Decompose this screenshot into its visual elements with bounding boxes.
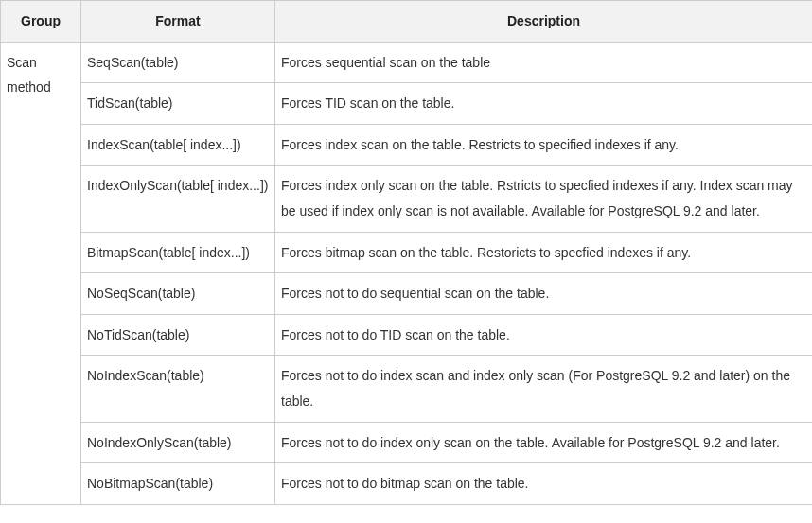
description-cell: Forces not to do index scan and index on… — [275, 356, 813, 422]
table-header-row: Group Format Description — [1, 1, 813, 43]
description-cell: Forces sequential scan on the table — [275, 42, 813, 83]
col-header-group: Group — [1, 1, 81, 43]
hint-table: Group Format Description Scan method Seq… — [0, 0, 812, 505]
description-cell: Forces not to do bitmap scan on the tabl… — [275, 463, 813, 505]
format-cell: SeqScan(table) — [81, 42, 275, 83]
table-row: TidScan(table) Forces TID scan on the ta… — [1, 83, 813, 125]
format-cell: NoSeqScan(table) — [81, 273, 275, 315]
format-cell: IndexOnlyScan(table[ index...]) — [81, 166, 275, 232]
description-cell: Forces index only scan on the table. Rst… — [275, 166, 813, 232]
description-cell: Forces bitmap scan on the table. Restori… — [275, 232, 813, 273]
description-cell: Forces not to do index only scan on the … — [275, 422, 813, 463]
format-cell: NoTidScan(table) — [81, 314, 275, 356]
format-cell: NoIndexScan(table) — [81, 356, 275, 422]
table-row: IndexOnlyScan(table[ index...]) Forces i… — [1, 166, 813, 232]
description-cell: Forces not to do sequential scan on the … — [275, 273, 813, 315]
group-cell: Scan method — [1, 42, 81, 504]
table-row: IndexScan(table[ index...]) Forces index… — [1, 124, 813, 166]
format-cell: NoBitmapScan(table) — [81, 463, 275, 505]
col-header-format: Format — [81, 1, 275, 43]
table-row: NoIndexOnlyScan(table) Forces not to do … — [1, 422, 813, 463]
col-header-description: Description — [275, 1, 813, 43]
table-row: NoBitmapScan(table) Forces not to do bit… — [1, 463, 813, 505]
format-cell: TidScan(table) — [81, 83, 275, 125]
format-cell: IndexScan(table[ index...]) — [81, 124, 275, 166]
format-cell: BitmapScan(table[ index...]) — [81, 232, 275, 273]
format-cell: NoIndexOnlyScan(table) — [81, 422, 275, 463]
table-row: NoIndexScan(table) Forces not to do inde… — [1, 356, 813, 422]
table-row: NoSeqScan(table) Forces not to do sequen… — [1, 273, 813, 315]
table-row: BitmapScan(table[ index...]) Forces bitm… — [1, 232, 813, 273]
table-row: NoTidScan(table) Forces not to do TID sc… — [1, 314, 813, 356]
description-cell: Forces TID scan on the table. — [275, 83, 813, 125]
description-cell: Forces index scan on the table. Restrict… — [275, 124, 813, 166]
description-cell: Forces not to do TID scan on the table. — [275, 314, 813, 356]
table-row: Scan method SeqScan(table) Forces sequen… — [1, 42, 813, 83]
